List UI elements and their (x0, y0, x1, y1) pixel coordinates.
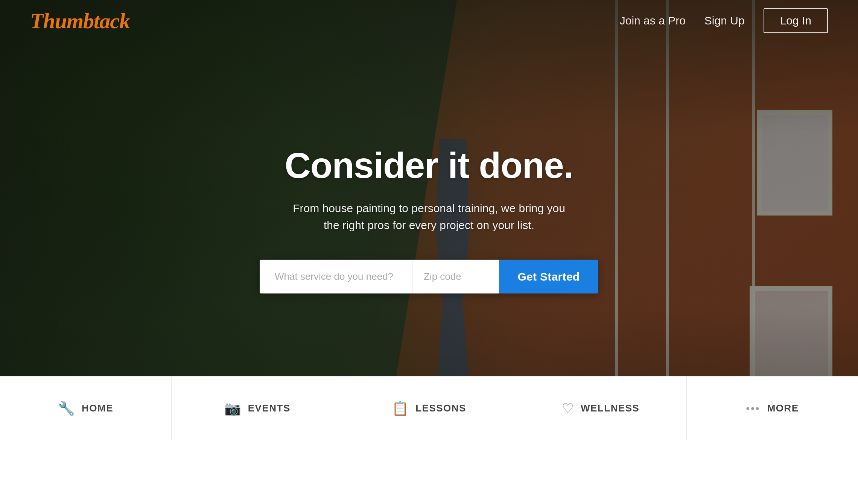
logo[interactable]: Thumbtack (30, 8, 130, 33)
hero-content: Consider it done. From house painting to… (260, 147, 598, 294)
get-started-button[interactable]: Get Started (499, 260, 598, 293)
hero-title: Consider it done. (260, 147, 598, 185)
more-dots-icon: ••• (746, 402, 760, 414)
wellness-label: WELLNESS (581, 402, 639, 414)
page: Thumbtack Join as a Pro Sign Up Log In C… (0, 0, 858, 504)
book-icon: 📋 (392, 401, 409, 416)
nav-item-more[interactable]: ••• MORE (687, 376, 858, 440)
nav-links: Join as a Pro Sign Up Log In (620, 8, 828, 33)
wrench-icon: 🔧 (58, 401, 75, 416)
camera-icon: 📷 (224, 401, 241, 416)
zip-code-input[interactable] (412, 260, 499, 293)
nav-item-events[interactable]: 📷 EVENTS (172, 376, 343, 440)
search-bar: Get Started (260, 260, 598, 293)
join-as-pro-link[interactable]: Join as a Pro (620, 14, 686, 27)
hero-section: Thumbtack Join as a Pro Sign Up Log In C… (0, 0, 858, 440)
nav-item-wellness[interactable]: ♡ WELLNESS (515, 376, 687, 440)
nav-item-lessons[interactable]: 📋 LESSONS (343, 376, 515, 440)
hero-subtitle: From house painting to personal training… (260, 199, 598, 233)
navbar: Thumbtack Join as a Pro Sign Up Log In (0, 0, 858, 41)
bottom-nav: 🔧 HOME 📷 EVENTS 📋 LESSONS ♡ WELLNESS •••… (0, 376, 858, 440)
lessons-label: LESSONS (415, 402, 466, 414)
nav-item-home[interactable]: 🔧 HOME (0, 376, 172, 440)
more-label: MORE (767, 402, 799, 414)
service-search-input[interactable] (260, 260, 412, 293)
events-label: EVENTS (248, 402, 291, 414)
sign-up-link[interactable]: Sign Up (704, 14, 745, 27)
home-label: HOME (82, 402, 113, 414)
heart-icon: ♡ (562, 401, 574, 416)
log-in-button[interactable]: Log In (764, 8, 828, 33)
